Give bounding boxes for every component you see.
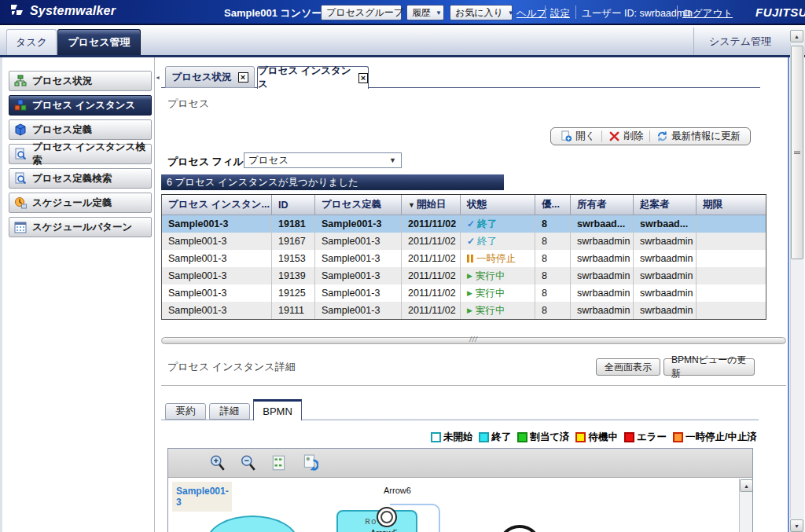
sidebar-item-process-status[interactable]: プロセス状況 [9,71,152,91]
legend-swatch [673,432,683,442]
cell-deadline [697,215,766,233]
tab-summary[interactable]: 要約 [165,403,206,420]
column-header-deadline[interactable]: 期限 [697,195,766,215]
bpmn-update-button[interactable]: BPMNビューの更新 [663,358,755,376]
close-icon[interactable]: × [238,72,248,83]
sidebar-item-label: スケジュール定義 [32,196,112,210]
horizontal-splitter[interactable]: /// [161,337,786,344]
header-divider [677,6,678,19]
tab-task[interactable]: タスク [6,29,57,55]
column-header-id[interactable]: ID [272,195,315,215]
cell-id: 19167 [272,233,315,250]
table-row[interactable]: Sample001-3 19111 Sample001-3 2011/11/02… [162,302,766,319]
cell-start-date: 2011/11/02 [402,284,461,302]
cell-id: 19125 [272,284,315,302]
bpmn-intermediate-event-icon[interactable] [377,507,397,527]
doc-tab-process-instance[interactable]: プロセス インスタンス × [257,66,369,89]
legend-swatch [479,432,489,442]
table-row[interactable]: Sample001-3 19167 Sample001-3 2011/11/02… [162,233,766,250]
cell-definition: Sample001-3 [315,302,402,319]
result-count-bar: 6 プロセス インスタンスが見つかりました [161,174,504,190]
scrollbar-thumb[interactable] [791,46,803,259]
sidebar-item-process-definition-search[interactable]: プロセス定義検索 [9,168,152,189]
pause-icon [467,255,473,262]
sidebar-item-schedule-definition[interactable]: スケジュール定義 [9,193,152,213]
chevron-down-icon: ▼ [389,156,396,164]
sidebar-item-label: プロセス定義 [32,123,92,137]
zoom-in-button[interactable] [208,453,228,473]
zoom-in-icon [209,454,226,471]
scroll-down-button[interactable]: ▼ [790,519,803,532]
cell-owner: swrbaadmin [571,267,634,284]
fit-page-icon [270,454,288,471]
doc-tab-process-status[interactable]: プロセス状況 × [165,66,255,88]
legend-swatch [575,432,586,442]
column-header-state[interactable]: 状態 [461,195,535,215]
history-dropdown[interactable]: 履歴 ▼ [406,5,444,20]
page-vertical-scrollbar[interactable]: ▲ ▼ [790,30,804,532]
column-header-start-date[interactable]: ▼ 開始日 [402,195,461,215]
bpmn-ellipse-node[interactable] [207,515,298,532]
process-group-dropdown[interactable]: プロセスグループ ▼ [321,5,402,20]
sidebar-item-label: プロセス インスタンス検索 [32,141,151,167]
sidebar-item-label: スケジュールパターン [32,221,132,234]
table-row[interactable]: Sample001-3 19125 Sample001-3 2011/11/02… [162,284,766,302]
column-header-owner[interactable]: 所有者 [571,195,634,215]
table-row[interactable]: Sample001-3 19153 Sample001-3 2011/11/02… [162,250,766,267]
cell-start-date: 2011/11/02 [402,250,461,267]
scroll-down-icon: ▼ [794,523,799,529]
cell-instance: Sample001-3 [162,284,272,302]
column-header-definition[interactable]: プロセス定義 [315,195,402,215]
delete-button[interactable]: 削除 [602,128,649,145]
update-view-button[interactable] [300,453,320,473]
cell-id: 19153 [272,250,315,267]
help-link[interactable]: ヘルプ [516,7,546,20]
tab-bpmn[interactable]: BPMN [253,399,302,420]
logout-link[interactable]: ログアウト [682,7,733,20]
table-row[interactable]: Sample001-3 19139 Sample001-3 2011/11/02… [162,267,766,284]
cell-instance: Sample001-3 [162,233,272,250]
main-tab-strip: タスク プロセス管理 システム管理 [0,25,805,57]
process-status-icon [14,75,27,87]
fullscreen-button[interactable]: 全画面表示 [596,358,660,376]
process-filter-select[interactable]: プロセス ▼ [244,152,402,168]
sidebar-item-process-instance-search[interactable]: プロセス インスタンス検索 [9,144,152,164]
collapse-left-icon: ◄ [155,75,160,80]
column-header-priority[interactable]: 優... [535,195,571,215]
sidebar-collapse-handle[interactable]: ◄ [154,57,160,532]
chevron-down-icon: ▼ [436,9,442,17]
cell-initiator: swrbaadmin [634,233,697,250]
column-header-initiator[interactable]: 起案者 [634,195,697,215]
settings-link[interactable]: 設定 [550,7,570,20]
check-icon: ✓ [467,218,475,229]
bpmn-vertical-scrollbar[interactable]: ▲ [739,479,753,532]
cell-id: 19111 [272,302,315,319]
table-row[interactable]: Sample001-3 19181 Sample001-3 2011/11/02… [162,215,766,233]
tab-detail[interactable]: 詳細 [209,403,250,420]
favorites-dropdown[interactable]: お気に入り ▼ [450,5,513,20]
bpmn-viewer-panel: Sample001-3 Arrow6 Role Arrow5 ▲ [167,448,753,532]
refresh-button[interactable]: 最新情報に更新 [650,128,747,145]
fit-to-page-button[interactable] [269,453,289,473]
legend-swatch [624,432,634,442]
column-header-instance[interactable]: プロセス インスタン... [162,195,272,215]
cell-priority: 8 [535,302,571,319]
bpmn-canvas[interactable]: Sample001-3 Arrow6 Role Arrow5 [168,479,738,532]
chevron-down-icon: ▼ [508,9,514,17]
sidebar-item-process-instance[interactable]: プロセス インスタンス [9,95,152,116]
close-icon[interactable]: × [358,73,368,83]
sidebar-item-process-definition[interactable]: プロセス定義 [9,119,152,140]
cell-instance: Sample001-3 [162,215,272,233]
cell-owner: swrbaadmin [571,302,634,319]
cell-id: 19181 [272,215,315,233]
tab-process-management[interactable]: プロセス管理 [57,29,141,55]
scroll-up-button[interactable]: ▲ [790,30,803,42]
scroll-up-button[interactable]: ▲ [740,479,753,492]
zoom-out-button[interactable] [238,453,259,473]
tab-system-management[interactable]: システム管理 [693,28,786,55]
open-button[interactable]: 開く [554,128,601,145]
cell-owner: swrbaadmin [571,233,634,250]
sidebar-item-schedule-pattern[interactable]: スケジュールパターン [9,217,152,237]
bpmn-event-node[interactable] [498,525,542,532]
search-document-icon [14,172,27,185]
